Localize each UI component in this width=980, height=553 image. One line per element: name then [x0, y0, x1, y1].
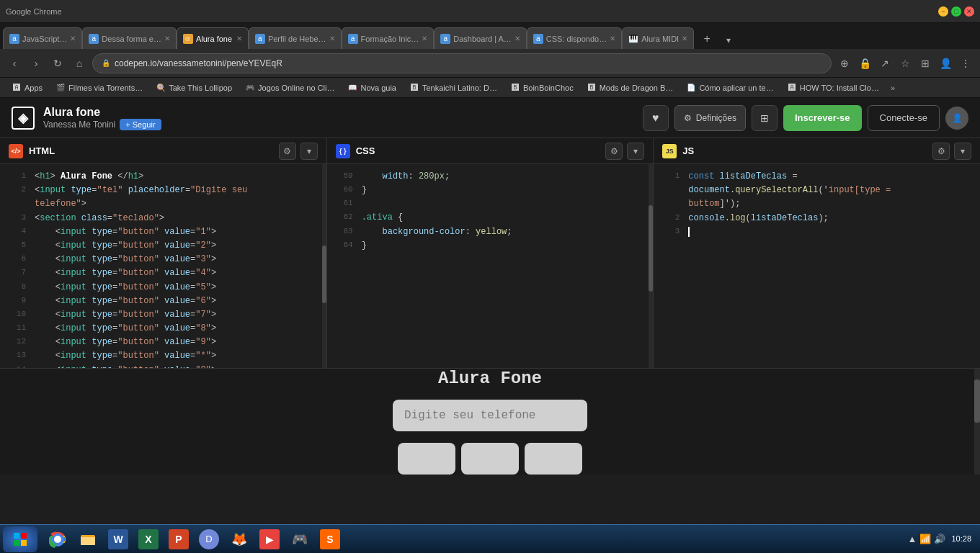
taskbar-excel[interactable]: X	[134, 527, 163, 552]
taskbar-powerpoint[interactable]: P	[164, 527, 193, 552]
css-editor-body[interactable]: 59 width: 280px; 60 } 61 62 .ativa { 63	[327, 164, 654, 368]
tab-midi[interactable]: 🎹 Alura MIDI ✕	[622, 27, 694, 49]
tab-css[interactable]: a CSS: dispondo… ✕	[527, 27, 622, 49]
preview-numpad-button-3[interactable]	[525, 443, 582, 475]
pen-author-name: Vanessa Me Tonini	[43, 120, 115, 130]
tab-close-button[interactable]: ✕	[70, 35, 76, 42]
minimize-button[interactable]: −	[938, 6, 948, 17]
editor-panels: </> HTML ⚙ ▾ 1 <h1> Alura Fone </h1> 2 <…	[0, 138, 980, 369]
tab-close-button[interactable]: ✕	[164, 35, 170, 42]
tab-title: Dashboard | A…	[453, 35, 512, 43]
html-icon-text: </>	[11, 148, 20, 155]
tab-close-button[interactable]: ✕	[329, 35, 335, 42]
bookmark-star-icon[interactable]: ☆	[896, 55, 914, 72]
tab-dessa[interactable]: a Dessa forma e… ✕	[82, 27, 177, 49]
menu-icon[interactable]: ⋮	[957, 55, 974, 72]
css-expand-button[interactable]: ▾	[627, 143, 644, 160]
explorer-icon	[78, 529, 98, 549]
html-settings-button[interactable]: ⚙	[279, 143, 296, 160]
preview-phone-input[interactable]: Digite seu telefone	[393, 400, 587, 431]
bookmarks-overflow-button[interactable]: »	[888, 82, 898, 94]
bookmark-label: Tenkaichi Latino: D…	[422, 84, 497, 92]
close-button[interactable]: ✕	[964, 6, 974, 17]
code-line: 59 width: 280px;	[327, 170, 654, 184]
html-header-actions: ⚙ ▾	[279, 143, 318, 160]
bookmark-como[interactable]: 📄 Cómo aplicar un te…	[680, 81, 779, 94]
user-avatar[interactable]: 👤	[945, 107, 968, 130]
bookmark-lollipop[interactable]: 🍭 Take This Lollipop	[150, 81, 238, 94]
bookmark-howto[interactable]: 🅰 HOW TO: Install Clo…	[781, 81, 885, 94]
tab-dashboard[interactable]: a Dashboard | A… ✕	[434, 27, 527, 49]
preview-scrollbar[interactable]	[974, 369, 980, 475]
bookmark-favicon: 🅱	[587, 83, 597, 93]
css-lang-icon: { }	[336, 144, 350, 158]
user-icon[interactable]: 👤	[937, 55, 954, 72]
extension-icon-2[interactable]: 🔒	[856, 55, 873, 72]
bookmark-tenkaichi[interactable]: 🅱 Tenkaichi Latino: D…	[404, 81, 503, 94]
bookmark-mods[interactable]: 🅱 Mods de Dragon B…	[581, 81, 680, 94]
extension-icon-3[interactable]: ↗	[876, 55, 894, 72]
forward-button[interactable]: ›	[27, 55, 45, 72]
tab-overflow-button[interactable]: ▾	[720, 32, 737, 49]
css-editor-scrollbar[interactable]	[649, 164, 653, 368]
tab-javascript[interactable]: a JavaScript… ✕	[3, 27, 82, 49]
home-button[interactable]: ⌂	[71, 55, 88, 72]
bookmark-jogos[interactable]: 🎮 Jogos Online no Cli…	[239, 81, 340, 94]
taskbar-chrome[interactable]	[43, 527, 72, 552]
taskbar-game[interactable]: 🎮	[285, 527, 314, 552]
bookmark-apps[interactable]: 🅰 Apps	[6, 81, 48, 94]
reload-button[interactable]: ↻	[49, 55, 66, 72]
tab-close-button[interactable]: ✕	[682, 35, 687, 42]
settings-button[interactable]: ⚙ Definições	[674, 105, 746, 131]
js-settings-button[interactable]: ⚙	[932, 143, 950, 160]
tab-close-button[interactable]: ✕	[422, 35, 427, 42]
css-scrollbar-thumb	[649, 205, 653, 292]
preview-area: Alura Fone Digite seu telefone	[0, 369, 980, 475]
new-tab-button[interactable]: +	[697, 29, 717, 49]
taskbar-sublime[interactable]: S	[316, 527, 344, 552]
preview-numpad-button-2[interactable]	[461, 443, 519, 475]
follow-button[interactable]: + Seguir	[120, 119, 161, 130]
extension-puzzle-icon[interactable]: ⊞	[917, 55, 934, 72]
maximize-button[interactable]: □	[951, 6, 961, 17]
extension-icon-1[interactable]: ⊕	[836, 55, 853, 72]
taskbar-discord[interactable]: D	[195, 527, 223, 552]
discord-icon-text: D	[205, 534, 212, 544]
bookmark-novaguia[interactable]: 📖 Nova guia	[342, 81, 402, 94]
preview-numpad-button-1[interactable]	[398, 443, 455, 475]
html-expand-button[interactable]: ▾	[300, 143, 318, 160]
code-line: 14 <input type="button" value="0">	[0, 364, 326, 368]
tab-close-button[interactable]: ✕	[610, 35, 615, 42]
volume-up-icon[interactable]: ▲	[908, 534, 917, 544]
subscribe-button[interactable]: Inscrever-se	[783, 105, 862, 131]
heart-button[interactable]: ♥	[643, 105, 669, 131]
connect-button[interactable]: Conecte-se	[868, 105, 940, 131]
tab-close-button[interactable]: ✕	[236, 35, 242, 42]
tab-title: JavaScript…	[22, 35, 67, 43]
bookmark-favicon: 🅰	[787, 83, 797, 93]
tab-formacao[interactable]: a Formação Inic… ✕	[342, 27, 435, 49]
taskbar-media[interactable]: ▶	[255, 527, 284, 552]
html-editor-body[interactable]: 1 <h1> Alura Fone </h1> 2 <input type="t…	[0, 164, 326, 368]
network-icon[interactable]: 📶	[919, 534, 931, 544]
taskbar-explorer[interactable]	[74, 527, 102, 552]
title-bar: Google Chrome − □ ✕	[0, 0, 980, 23]
back-button[interactable]: ‹	[6, 55, 23, 72]
taskbar-word[interactable]: W	[104, 527, 133, 552]
js-editor-body[interactable]: 1 const listaDeTeclas = document.querySe…	[654, 164, 980, 368]
address-bar: ‹ › ↻ ⌂ 🔒 codepen.io/vanessametonini/pen…	[0, 49, 980, 78]
preview-title: Alura Fone	[438, 369, 542, 388]
bookmark-boinboin[interactable]: 🅱 BoinBoinChoc	[504, 81, 579, 94]
taskbar-firefox[interactable]: 🦊	[225, 527, 254, 552]
tab-alura-fone[interactable]: ◎ Alura fone ✕	[177, 27, 249, 49]
bookmark-filmes[interactable]: 🎬 Filmes via Torrents…	[50, 81, 148, 94]
tab-close-button[interactable]: ✕	[514, 35, 520, 42]
css-settings-button[interactable]: ⚙	[605, 143, 623, 160]
js-expand-button[interactable]: ▾	[954, 143, 971, 160]
grid-button[interactable]: ⊞	[752, 105, 778, 131]
html-editor-scrollbar[interactable]	[322, 164, 326, 368]
volume-icon[interactable]: 🔊	[934, 534, 945, 544]
tab-perfil[interactable]: a Perfil de Hebe… ✕	[249, 27, 342, 49]
start-button[interactable]	[3, 526, 37, 552]
address-input[interactable]: 🔒 codepen.io/vanessametonini/pen/eYEVEqR	[92, 53, 832, 73]
